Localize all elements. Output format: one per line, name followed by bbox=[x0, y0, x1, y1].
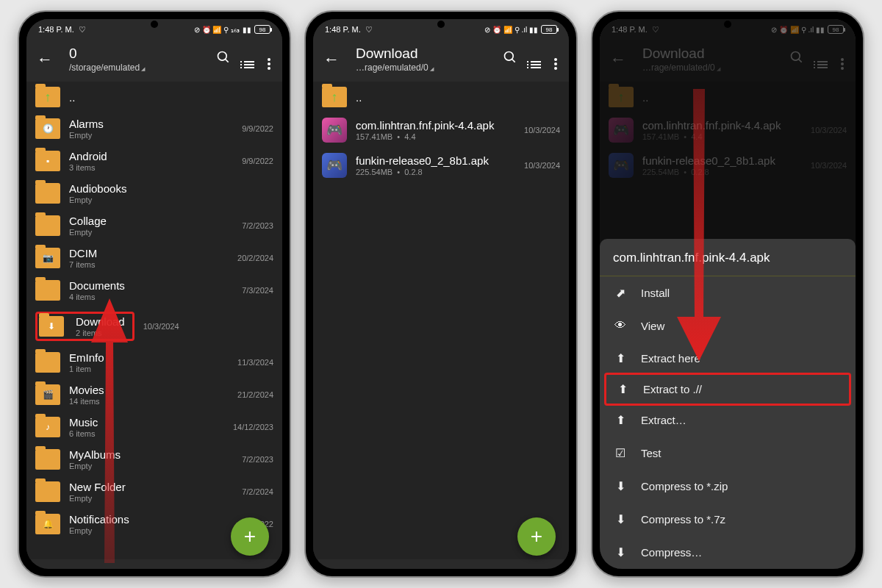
context-item-icon: ⬇ bbox=[613, 545, 628, 559]
folder-row[interactable]: ⬇ Download 2 items 10/3/2024 bbox=[26, 306, 282, 346]
context-menu-item[interactable]: ⬇ Compress… bbox=[600, 536, 856, 569]
fab-add[interactable]: + bbox=[231, 517, 269, 556]
context-menu-item[interactable]: ⬆ Extract… bbox=[600, 404, 856, 437]
context-item-icon: ⬆ bbox=[615, 382, 630, 396]
folder-date: 7/2/2023 bbox=[242, 455, 273, 464]
header-path[interactable]: /storage/emulated bbox=[69, 62, 206, 73]
context-item-icon: ⬈ bbox=[613, 286, 628, 300]
folder-icon bbox=[35, 352, 60, 373]
folder-row[interactable]: Documents 4 items 7/3/2024 bbox=[26, 274, 282, 306]
folder-row[interactable]: ▪ Android 3 items 9/9/2022 bbox=[26, 145, 282, 177]
context-menu-item[interactable]: 👁 View bbox=[600, 309, 856, 342]
folder-name: EmInfo bbox=[69, 351, 229, 364]
context-item-icon: ☑ bbox=[613, 446, 628, 460]
folder-row[interactable]: 📷 DCIM 7 items 20/2/2024 bbox=[26, 242, 282, 274]
fab-add[interactable]: + bbox=[517, 517, 556, 556]
folder-icon: ▪ bbox=[35, 151, 60, 171]
svg-point-2 bbox=[505, 52, 514, 61]
folder-row[interactable]: 🎬 Movies 14 items 21/2/2024 bbox=[26, 379, 282, 411]
folder-row[interactable]: EmInfo 1 item 11/3/2024 bbox=[26, 346, 282, 379]
context-menu-item[interactable]: ⬆ Extract to .// bbox=[604, 373, 851, 406]
folder-date: 20/2/2024 bbox=[237, 254, 273, 262]
context-item-icon: ⬆ bbox=[613, 351, 628, 365]
heart-icon: ♡ bbox=[365, 25, 373, 35]
context-menu-item[interactable]: ⬆ Extract here bbox=[600, 342, 856, 375]
folder-name: Collage bbox=[69, 215, 233, 227]
file-list[interactable]: ↑ .. 🎮 com.linhtran.fnf.pink-4.4.apk 157… bbox=[313, 82, 569, 559]
app-header: ← Download …rage/emulated/0 bbox=[313, 40, 569, 82]
folder-row[interactable]: Audiobooks Empty bbox=[26, 177, 282, 209]
parent-folder-row[interactable]: ↑ .. bbox=[313, 82, 569, 112]
file-row[interactable]: 🎮 funkin-release0_2_8b1.apk 225.54MB • 0… bbox=[313, 148, 569, 183]
folder-meta: 4 items bbox=[69, 293, 233, 301]
folder-icon bbox=[35, 215, 60, 236]
folder-meta: Empty bbox=[69, 494, 233, 503]
phone-frame-3: 1:48 P. M. ♡ ⊘ ⏰ 📶 ⚲ .ıl ▮▮ 98 ← Downloa… bbox=[591, 10, 864, 578]
camera-notch bbox=[437, 21, 445, 28]
folder-icon bbox=[35, 481, 60, 502]
folder-name: Notifications bbox=[69, 513, 247, 526]
header-path[interactable]: …rage/emulated/0 bbox=[356, 62, 492, 73]
folder-name: Music bbox=[69, 416, 224, 429]
svg-line-3 bbox=[512, 60, 515, 62]
folder-name: DCIM bbox=[69, 247, 229, 259]
folder-meta: 1 item bbox=[69, 365, 229, 373]
more-icon[interactable] bbox=[268, 49, 270, 70]
context-item-label: View bbox=[641, 320, 664, 332]
back-button[interactable]: ← bbox=[318, 47, 345, 72]
search-icon[interactable] bbox=[216, 50, 231, 68]
folder-row[interactable]: Collage Empty 7/2/2023 bbox=[26, 209, 282, 242]
svg-point-0 bbox=[218, 52, 227, 61]
folder-meta: Empty bbox=[69, 131, 233, 140]
apk-icon: 🎮 bbox=[322, 153, 347, 178]
folder-meta: Empty bbox=[69, 196, 265, 204]
header-title: 0 bbox=[69, 46, 206, 62]
folder-row[interactable]: New Folder Empty 7/2/2024 bbox=[26, 476, 282, 508]
folder-date: 21/2/2024 bbox=[237, 390, 273, 399]
folder-row[interactable]: MyAlbums Empty 7/2/2023 bbox=[26, 443, 282, 476]
folder-meta: 6 items bbox=[69, 429, 224, 438]
svg-line-1 bbox=[226, 60, 229, 62]
folder-meta: Empty bbox=[69, 526, 247, 535]
context-item-label: Compress… bbox=[641, 546, 702, 559]
file-date: 10/3/2024 bbox=[524, 126, 560, 135]
folder-date: 7/3/2024 bbox=[242, 286, 273, 295]
folder-date: 7/2/2024 bbox=[242, 487, 273, 496]
alarm-icon: ⊘ ⏰ 📶 ⚲ ₁₆₃ bbox=[194, 26, 240, 34]
context-menu-item[interactable]: ☑ Test bbox=[600, 437, 856, 470]
folder-meta: Empty bbox=[69, 462, 233, 470]
folder-icon: 🔔 bbox=[35, 514, 60, 534]
view-mode-icon[interactable] bbox=[531, 51, 541, 68]
folder-meta: 14 items bbox=[69, 397, 229, 406]
screen-2: 1:48 P. M. ♡ ⊘ ⏰ 📶 ⚲ .ıl ▮▮ 98 ← Downloa… bbox=[313, 19, 569, 569]
file-row[interactable]: 🎮 com.linhtran.fnf.pink-4.4.apk 157.41MB… bbox=[313, 112, 569, 148]
screen-3: 1:48 P. M. ♡ ⊘ ⏰ 📶 ⚲ .ıl ▮▮ 98 ← Downloa… bbox=[600, 19, 856, 569]
context-menu-item[interactable]: ⬈ Install bbox=[600, 276, 856, 309]
folder-row[interactable]: ♪ Music 6 items 14/12/2023 bbox=[26, 411, 282, 443]
folder-name: Download bbox=[76, 315, 125, 328]
folder-icon bbox=[35, 280, 60, 301]
context-menu-item[interactable]: ⬇ Compress to *.7z bbox=[600, 503, 856, 536]
folder-date: 9/9/2022 bbox=[242, 157, 273, 165]
file-list[interactable]: ↑ .. 🕐 Alarms Empty 9/9/2022 ▪ Android 3… bbox=[26, 82, 282, 559]
file-date: 10/3/2024 bbox=[524, 161, 560, 170]
folder-date: 11/3/2024 bbox=[237, 358, 273, 367]
parent-folder-row[interactable]: ↑ .. bbox=[26, 82, 282, 112]
folder-date: 10/3/2024 bbox=[143, 322, 179, 331]
highlighted-folder[interactable]: ⬇ Download 2 items bbox=[35, 312, 135, 341]
status-time: 1:48 P. M. bbox=[38, 25, 74, 34]
folder-row[interactable]: 🕐 Alarms Empty 9/9/2022 bbox=[26, 112, 282, 145]
back-button[interactable]: ← bbox=[31, 47, 59, 72]
file-name: funkin-release0_2_8b1.apk bbox=[356, 154, 515, 167]
camera-notch bbox=[724, 21, 731, 28]
more-icon[interactable] bbox=[554, 49, 557, 70]
view-mode-icon[interactable] bbox=[244, 51, 254, 68]
folder-icon bbox=[35, 449, 60, 470]
folder-date: 7/2/2023 bbox=[242, 221, 273, 230]
context-menu-title: com.linhtran.fnf.pink-4.4.apk bbox=[600, 239, 856, 276]
context-menu-item[interactable]: ⬇ Compress to *.zip bbox=[600, 470, 856, 503]
folder-name: Audiobooks bbox=[69, 182, 265, 195]
status-icons: ⊘ ⏰ 📶 ⚲ .ıl ▮▮ bbox=[484, 26, 538, 34]
search-icon[interactable] bbox=[503, 50, 517, 68]
context-item-label: Compress to *.7z bbox=[641, 513, 725, 526]
